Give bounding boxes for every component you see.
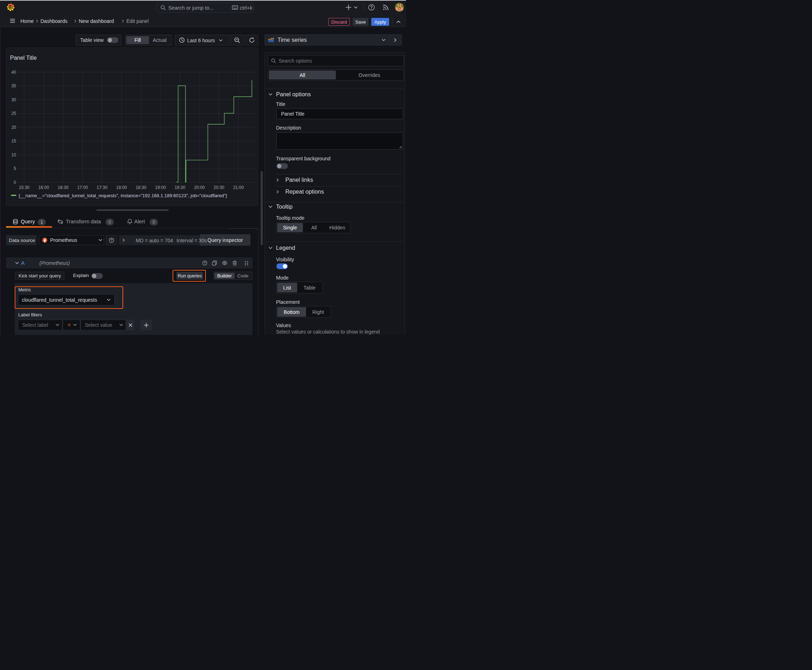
svg-text:5: 5	[14, 166, 16, 171]
svg-text:16:00: 16:00	[38, 185, 49, 190]
svg-text:15:30: 15:30	[19, 185, 29, 190]
svg-text:10: 10	[12, 152, 17, 157]
svg-text:18:00: 18:00	[116, 185, 127, 190]
svg-text:17:30: 17:30	[97, 185, 107, 190]
svg-text:21:00: 21:00	[233, 185, 244, 190]
svg-text:{__name__="cloudflared_tunnel_: {__name__="cloudflared_tunnel_total_requ…	[19, 193, 227, 198]
svg-text:35: 35	[12, 83, 17, 88]
svg-text:17:00: 17:00	[77, 185, 88, 190]
svg-text:15: 15	[12, 139, 17, 144]
svg-text:25: 25	[12, 111, 17, 116]
svg-text:30: 30	[12, 97, 17, 102]
svg-text:18:30: 18:30	[136, 185, 146, 190]
svg-text:19:30: 19:30	[175, 185, 185, 190]
svg-text:20:30: 20:30	[214, 185, 224, 190]
svg-text:19:00: 19:00	[155, 185, 166, 190]
svg-text:40: 40	[12, 70, 17, 75]
svg-text:20:00: 20:00	[194, 185, 205, 190]
svg-text:20: 20	[12, 125, 17, 130]
svg-text:0: 0	[14, 180, 16, 185]
svg-text:16:30: 16:30	[58, 185, 68, 190]
